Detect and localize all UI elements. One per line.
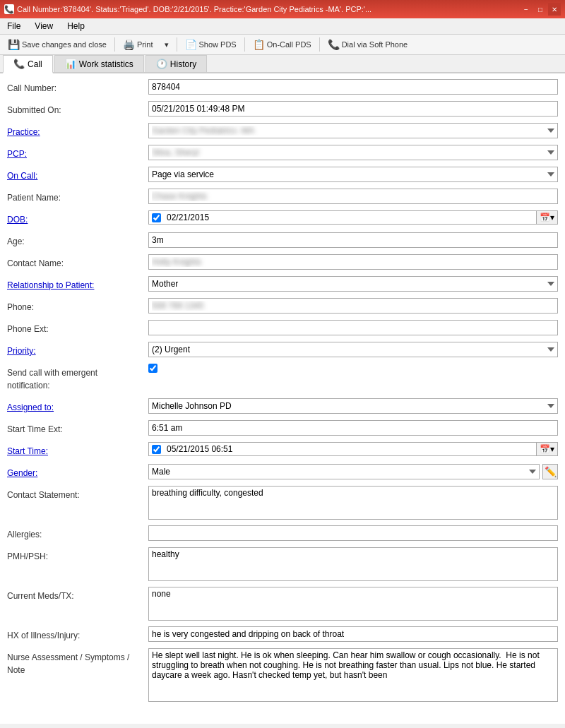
dob-date-input[interactable]	[164, 211, 536, 224]
patient-name-wrap	[148, 189, 558, 204]
contact-statement-textarea[interactable]: breathing difficulty, congested	[148, 486, 558, 520]
patient-name-input[interactable]	[148, 189, 558, 204]
pcp-select[interactable]: Silva, Sheryl	[148, 145, 558, 160]
pcp-label[interactable]: PCP:	[7, 145, 148, 163]
start-time-ext-wrap	[148, 420, 558, 436]
close-button[interactable]: ✕	[548, 3, 561, 16]
contact-statement-wrap: breathing difficulty, congested	[148, 486, 558, 522]
hx-illness-wrap	[148, 626, 558, 642]
hx-illness-input[interactable]	[148, 626, 558, 642]
maximize-button[interactable]: □	[534, 3, 547, 16]
contact-name-input[interactable]	[148, 254, 558, 270]
emergent-notification-checkbox[interactable]	[148, 364, 157, 373]
print-button[interactable]: 🖨️ Print	[118, 37, 158, 52]
nurse-assessment-row: Nurse Assessment / Symptoms / Note He sl…	[7, 648, 558, 704]
relationship-wrap: Mother	[148, 276, 558, 292]
nurse-assessment-label: Nurse Assessment / Symptoms / Note	[7, 648, 148, 679]
menu-bar: File View Help	[0, 18, 565, 35]
save-icon: 💾	[8, 39, 20, 50]
separator-2	[177, 37, 177, 52]
minimize-button[interactable]: −	[520, 3, 533, 16]
age-row: Age:	[7, 232, 558, 251]
priority-label[interactable]: Priority:	[7, 342, 148, 360]
menu-view[interactable]: View	[30, 20, 57, 32]
separator-4	[319, 37, 320, 52]
age-input[interactable]	[148, 232, 558, 248]
on-call-label[interactable]: On Call:	[7, 167, 148, 185]
phone-wrap	[148, 298, 558, 314]
start-time-calendar-button[interactable]: 📅▾	[536, 443, 557, 455]
relationship-select[interactable]: Mother	[148, 276, 558, 292]
tab-work-statistics[interactable]: 📊 Work statistics	[54, 55, 144, 72]
save-changes-button[interactable]: 💾 Save changes and close	[3, 37, 112, 52]
emergent-notification-label: Send call with emergent notification:	[7, 364, 148, 395]
phone-icon: 📞	[328, 39, 340, 50]
start-time-label[interactable]: Start Time:	[7, 442, 148, 460]
dob-wrap: 📅▾	[148, 210, 558, 225]
priority-row: Priority: (2) Urgent	[7, 342, 558, 360]
pcp-wrap: Silva, Sheryl	[148, 145, 558, 160]
tab-call[interactable]: 📞 Call	[3, 55, 53, 73]
pcp-row: PCP: Silva, Sheryl	[7, 145, 558, 163]
start-time-date-wrap: 📅▾	[148, 442, 558, 456]
age-label: Age:	[7, 232, 148, 251]
print-icon: 🖨️	[123, 39, 135, 50]
practice-row: Practice: Garden City Pediatrics -MA	[7, 123, 558, 141]
gender-label[interactable]: Gender:	[7, 464, 148, 482]
gender-wrap: Male Female ✏️	[148, 464, 558, 479]
allergies-label: Allergies:	[7, 525, 148, 544]
window-controls[interactable]: − □ ✕	[520, 3, 561, 16]
submitted-on-label: Submitted On:	[7, 101, 148, 119]
dial-button[interactable]: 📞 Dial via Soft Phone	[323, 37, 413, 52]
show-pds-button[interactable]: 📄 Show PDS	[180, 37, 242, 52]
gender-control-group: Male Female ✏️	[148, 464, 558, 479]
gender-select[interactable]: Male Female	[148, 464, 540, 479]
assigned-to-label[interactable]: Assigned to:	[7, 398, 148, 417]
dob-calendar-button[interactable]: 📅▾	[536, 211, 557, 224]
form-container: Call Number: Submitted On: Practice: Gar…	[0, 73, 565, 713]
practice-wrap: Garden City Pediatrics -MA	[148, 123, 558, 138]
gender-row: Gender: Male Female ✏️	[7, 464, 558, 482]
patient-name-label: Patient Name:	[7, 189, 148, 207]
assigned-to-select[interactable]: Michelle Johnson PD	[148, 398, 558, 414]
gender-edit-button[interactable]: ✏️	[542, 464, 558, 479]
dob-row: DOB: 📅▾	[7, 210, 558, 229]
menu-help[interactable]: Help	[63, 20, 89, 32]
practice-label[interactable]: Practice:	[7, 123, 148, 141]
call-tab-icon: 📞	[13, 59, 25, 69]
title-text: Call Number:'878404'. Status:'Triaged'. …	[17, 5, 371, 13]
dob-checkbox[interactable]	[152, 213, 161, 222]
separator-3	[244, 37, 245, 52]
phone-input[interactable]	[148, 298, 558, 314]
toolbar: 💾 Save changes and close 🖨️ Print ▾ 📄 Sh…	[0, 35, 565, 55]
assigned-to-wrap: Michelle Johnson PD	[148, 398, 558, 414]
dob-label[interactable]: DOB:	[7, 210, 148, 229]
start-time-date-input[interactable]	[164, 443, 536, 455]
current-meds-label: Current Meds/TX:	[7, 587, 148, 605]
start-time-checkbox[interactable]	[152, 445, 161, 454]
on-call-select[interactable]: Page via service	[148, 167, 558, 182]
call-number-input[interactable]	[148, 79, 558, 95]
dob-date-wrap: 📅▾	[148, 210, 558, 225]
hx-illness-label: HX of Illness/Injury:	[7, 626, 148, 645]
menu-file[interactable]: File	[3, 20, 25, 32]
start-time-ext-input[interactable]	[148, 420, 558, 436]
practice-select[interactable]: Garden City Pediatrics -MA	[148, 123, 558, 138]
dropdown-button[interactable]: ▾	[160, 38, 174, 52]
allergies-input[interactable]	[148, 525, 558, 541]
nurse-assessment-textarea[interactable]: He slept well last night. He is ok when …	[148, 648, 558, 702]
pmh-psh-textarea[interactable]: healthy	[148, 547, 558, 581]
on-call-wrap: Page via service	[148, 167, 558, 182]
tab-history[interactable]: 🕐 History	[145, 55, 207, 72]
oncall-pds-button[interactable]: 📋 On-Call PDS	[248, 37, 316, 52]
separator-1	[114, 37, 115, 52]
current-meds-textarea[interactable]: none	[148, 587, 558, 621]
submitted-on-input[interactable]	[148, 101, 558, 117]
calendar-icon-2: 📅	[540, 444, 550, 454]
priority-select[interactable]: (2) Urgent	[148, 342, 558, 357]
start-time-ext-row: Start Time Ext:	[7, 420, 558, 438]
phone-ext-input[interactable]	[148, 320, 558, 335]
relationship-label[interactable]: Relationship to Patient:	[7, 276, 148, 294]
main-content: Call Number: Submitted On: Practice: Gar…	[0, 73, 565, 724]
priority-wrap: (2) Urgent	[148, 342, 558, 357]
